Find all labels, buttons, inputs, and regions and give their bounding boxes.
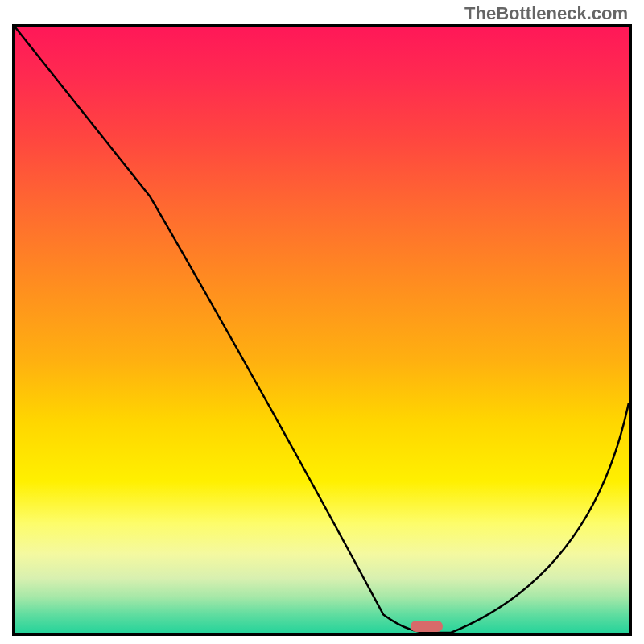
chart-curve bbox=[15, 27, 629, 633]
optimal-marker bbox=[411, 621, 443, 632]
watermark-text: TheBottleneck.com bbox=[464, 3, 628, 24]
chart-frame bbox=[12, 24, 632, 636]
